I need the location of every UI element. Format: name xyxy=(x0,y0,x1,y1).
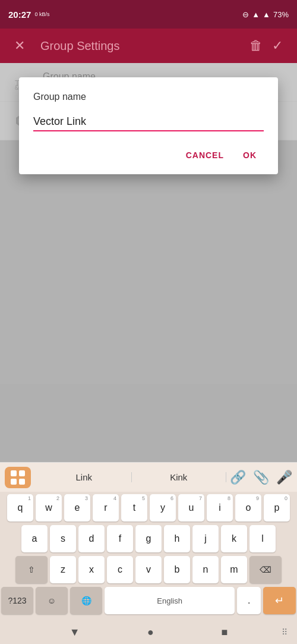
suggestion-link[interactable]: Link xyxy=(37,472,132,482)
key-row-4: ?123 ☺ 🌐 English . ↵ xyxy=(1,587,296,614)
status-bar: 20:27 0 kB/s ⊖ ▲ ▲ 73% xyxy=(0,0,297,29)
do-not-disturb-icon: ⊖ xyxy=(242,10,249,19)
confirm-button[interactable]: ✓ xyxy=(267,33,287,58)
numbers-key[interactable]: ?123 xyxy=(1,587,33,614)
suggestion-kink[interactable]: Kink xyxy=(132,472,227,482)
menu-dots[interactable]: ⠿ xyxy=(282,627,287,637)
status-icons: ⊖ ▲ ▲ 73% xyxy=(242,10,289,19)
space-key[interactable]: English xyxy=(105,587,235,614)
cancel-button[interactable]: CANCEL xyxy=(179,146,231,165)
keyboard: q1 w2 e3 r4 t5 y6 u7 i8 o9 p0 a s d f g … xyxy=(0,492,297,620)
enter-key[interactable]: ↵ xyxy=(263,587,296,614)
suggestion-words: Link Kink 🔗 📎 🎤 xyxy=(37,470,292,485)
key-t[interactable]: t5 xyxy=(121,494,147,522)
key-l[interactable]: l xyxy=(249,525,276,552)
apps-grid-icon xyxy=(11,470,25,485)
key-f[interactable]: f xyxy=(107,525,133,552)
key-k[interactable]: k xyxy=(221,525,247,552)
key-row-3: ⇧ z x c v b n m ⌫ xyxy=(1,556,296,583)
home-button[interactable]: ● xyxy=(147,626,154,639)
key-m[interactable]: m xyxy=(221,556,247,583)
key-x[interactable]: x xyxy=(78,556,105,583)
period-key[interactable]: . xyxy=(237,587,261,614)
key-w[interactable]: w2 xyxy=(36,494,62,522)
key-v[interactable]: v xyxy=(135,556,162,583)
status-time: 20:27 xyxy=(8,10,31,20)
page-title: Group Settings xyxy=(40,39,245,53)
globe-key[interactable]: 🌐 xyxy=(70,587,102,614)
key-c[interactable]: c xyxy=(107,556,133,583)
wifi-icon: ▲ xyxy=(252,10,260,19)
delete-button[interactable]: 🗑 xyxy=(245,33,267,58)
paperclip-emoji[interactable]: 📎 xyxy=(253,470,269,485)
key-r[interactable]: r4 xyxy=(93,494,119,522)
key-u[interactable]: u7 xyxy=(178,494,204,522)
ok-button[interactable]: OK xyxy=(236,146,264,165)
key-row-2: a s d f g h j k l xyxy=(1,525,296,552)
key-n[interactable]: n xyxy=(192,556,219,583)
key-y[interactable]: y6 xyxy=(150,494,176,522)
key-o[interactable]: o9 xyxy=(235,494,261,522)
backspace-key[interactable]: ⌫ xyxy=(249,556,282,583)
dialog-title: Group name xyxy=(33,92,264,102)
recents-button[interactable]: ■ xyxy=(221,626,228,639)
key-q[interactable]: q1 xyxy=(7,494,33,522)
key-s[interactable]: s xyxy=(50,525,76,552)
emoji-key[interactable]: ☺ xyxy=(36,587,68,614)
network-info: 0 kB/s xyxy=(34,11,49,18)
signal-icon: ▲ xyxy=(263,10,270,19)
keyboard-apps-button[interactable] xyxy=(5,467,31,488)
microphone-icon[interactable]: 🎤 xyxy=(276,470,292,485)
close-button[interactable]: ✕ xyxy=(10,33,30,58)
group-name-input[interactable] xyxy=(33,113,264,131)
key-j[interactable]: j xyxy=(192,525,219,552)
key-i[interactable]: i8 xyxy=(207,494,233,522)
key-p[interactable]: p0 xyxy=(264,494,290,522)
app-bar: ✕ Group Settings 🗑 ✓ xyxy=(0,29,297,63)
key-d[interactable]: d xyxy=(78,525,105,552)
group-name-dialog: Group name CANCEL OK xyxy=(19,77,278,174)
battery-icon: 73% xyxy=(273,10,289,19)
key-b[interactable]: b xyxy=(164,556,190,583)
shift-key[interactable]: ⇧ xyxy=(15,556,48,583)
key-g[interactable]: g xyxy=(135,525,162,552)
dialog-actions: CANCEL OK xyxy=(33,146,264,165)
key-h[interactable]: h xyxy=(164,525,190,552)
dialog-input-container xyxy=(33,113,264,131)
key-e[interactable]: e3 xyxy=(64,494,90,522)
key-row-1: q1 w2 e3 r4 t5 y6 u7 i8 o9 p0 xyxy=(1,494,296,522)
keyboard-area: Link Kink 🔗 📎 🎤 q1 w2 e3 r4 t5 y6 u7 i8 … xyxy=(0,462,297,620)
chain-emoji[interactable]: 🔗 xyxy=(230,470,246,485)
nav-bar: ▼ ● ■ ⠿ xyxy=(0,620,297,644)
back-button[interactable]: ▼ xyxy=(69,626,80,639)
key-z[interactable]: z xyxy=(50,556,76,583)
key-a[interactable]: a xyxy=(21,525,48,552)
suggestion-bar: Link Kink 🔗 📎 🎤 xyxy=(0,462,297,492)
